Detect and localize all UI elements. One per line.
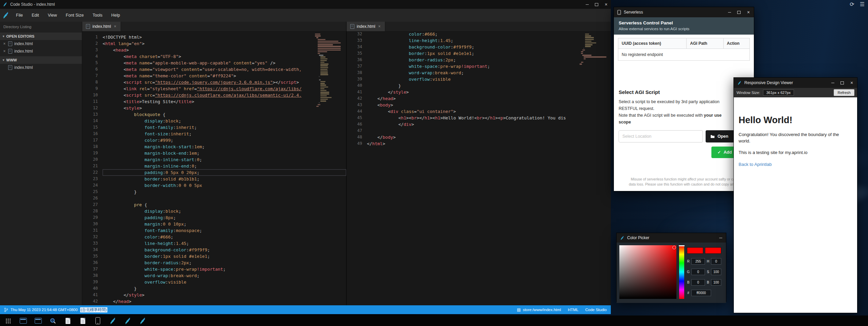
saturation-value-field[interactable]: 100 [711, 269, 721, 275]
code-line[interactable]: 46 </div> [347, 121, 611, 128]
code-line[interactable]: 49</html> [347, 140, 611, 147]
refresh-button[interactable]: Refresh [834, 89, 854, 96]
menu-item-tools[interactable]: Tools [88, 9, 107, 22]
code-line[interactable]: 5 <meta name="apple-mobile-web-app-capab… [82, 60, 346, 66]
code-line[interactable]: 38 word-wrap:break-word; [347, 70, 611, 76]
back-to-aprintlab-link[interactable]: Back to Aprintlab [739, 162, 772, 167]
search-icon[interactable] [49, 317, 57, 325]
code-line[interactable]: 45 <h1><br></h1><h1>Hello World!<br></h1… [347, 115, 611, 121]
code-line[interactable]: 26 [82, 195, 346, 202]
code-line[interactable]: 39 overflow:visible [82, 279, 346, 285]
code-line[interactable]: 19 margin-block-end:1em; [82, 150, 346, 156]
code-line[interactable]: 22 padding:0 5px 0 20px; [82, 169, 346, 176]
code-line[interactable]: 40 } [347, 82, 611, 89]
maximize-button[interactable] [595, 2, 599, 6]
red-value-field[interactable]: 255 [691, 258, 705, 265]
code-studio-icon[interactable] [139, 317, 147, 325]
code-line[interactable]: 12 <style> [82, 105, 346, 111]
code-line[interactable]: 37 white-space:pre-wrap!important; [82, 266, 346, 272]
code-line[interactable]: 2<html lang="en"> [82, 40, 346, 47]
code-line[interactable]: 11 <title>Testing Site</title> [82, 98, 346, 105]
close-tab-icon[interactable]: × [113, 24, 117, 29]
code-line[interactable]: 9 <link rel="stylesheet" href="https://c… [82, 85, 346, 92]
status-file-path[interactable]: ▤ store:/www/index.html [517, 307, 561, 312]
hue-value-field[interactable]: 0 [711, 258, 721, 265]
code-line[interactable]: 42 </head> [82, 298, 346, 305]
blue-value-field[interactable]: 0 [691, 279, 705, 286]
close-tab-icon[interactable]: × [378, 24, 381, 29]
code-line[interactable]: 15 font-family:inherit; [82, 124, 346, 131]
code-line[interactable]: 4 <meta charset="UTF-8"> [82, 53, 346, 60]
code-line[interactable]: 27 pre { [82, 202, 346, 208]
code-line[interactable]: 8 <script src="https://code.jquery.com/j… [82, 79, 346, 85]
green-value-field[interactable]: 0 [691, 269, 705, 275]
sidebar-item-open-editor-1[interactable]: × index.html [0, 40, 82, 47]
refresh-icon[interactable]: ⟳ [850, 1, 854, 7]
code-line[interactable]: 30 margin:0 0 10px; [82, 221, 346, 227]
code-line[interactable]: 6 <meta name="viewport" content="user-sc… [82, 66, 346, 73]
code-line[interactable]: 36 border-radius:2px; [82, 260, 346, 266]
document-app-icon[interactable] [79, 317, 87, 325]
code-line[interactable]: 17 color:#999; [82, 137, 346, 143]
code-line[interactable]: 13 blockquote { [82, 111, 346, 118]
code-line[interactable]: 31 font-family:monospace; [82, 227, 346, 234]
phone-app-icon[interactable] [94, 317, 102, 325]
select-location-input[interactable] [619, 130, 703, 142]
code-line[interactable]: 44 <div class="ui container"> [347, 108, 611, 115]
code-line[interactable]: 33 line-height:1.45; [347, 37, 611, 44]
saturation-field[interactable] [619, 245, 676, 299]
sidebar-item-www-index[interactable]: index.html [0, 64, 82, 71]
code-editor[interactable]: 32 color:#666;33 line-height:1.45;34 bac… [347, 32, 611, 305]
code-line[interactable]: 21 margin-inline-end:0; [82, 163, 346, 169]
code-line[interactable]: 40 } [82, 285, 346, 292]
hex-value-field[interactable]: ff0000 [691, 290, 711, 296]
minimize-button[interactable] [727, 10, 731, 14]
code-line[interactable]: 32 color:#666; [82, 234, 346, 240]
code-line[interactable]: 32 color:#666; [347, 32, 611, 37]
window-app-icon[interactable] [19, 317, 27, 325]
saturation-cursor[interactable] [672, 246, 676, 249]
file-app-icon[interactable] [64, 317, 72, 325]
code-line[interactable]: 29 padding:8px; [82, 214, 346, 221]
brightness-value-field[interactable]: 100 [711, 279, 721, 286]
code-line[interactable]: 28 display:block; [82, 208, 346, 214]
code-editor[interactable]: 1<!DOCTYPE html>2<html lang="en">3 <head… [82, 32, 346, 305]
code-line[interactable]: 33 line-height:1.45; [82, 240, 346, 247]
code-line[interactable]: 25 } [82, 189, 346, 195]
code-line[interactable]: 47 [347, 128, 611, 134]
code-line[interactable]: 20 margin-inline-start:0; [82, 156, 346, 163]
code-line[interactable]: 24 border-width:0 0 0 5px [82, 182, 346, 189]
minimize-button[interactable] [585, 2, 589, 6]
menu-item-help[interactable]: Help [107, 9, 125, 22]
previous-color-swatch[interactable] [705, 247, 721, 254]
code-line[interactable]: 39 overflow:visible [347, 76, 611, 82]
menu-icon[interactable]: ☰ [860, 1, 865, 7]
code-studio-icon[interactable] [124, 317, 132, 325]
sidebar-section-open-editors[interactable]: ▾ OPEN EDITORS [0, 33, 82, 40]
menu-item-file[interactable]: File [12, 9, 27, 22]
close-button[interactable]: × [604, 2, 608, 6]
code-line[interactable]: 16 font-size:inherit; [82, 131, 346, 137]
sidebar-item-open-editor-2[interactable]: × index.html [0, 47, 82, 55]
code-line[interactable]: 38 word-wrap:break-word; [82, 272, 346, 279]
tab-index-html[interactable]: index.html × [347, 22, 385, 31]
minimize-button[interactable] [719, 236, 723, 240]
minimap[interactable] [315, 34, 343, 108]
status-language[interactable]: HTML [568, 308, 578, 312]
code-line[interactable]: 7 <meta name="theme-color" content="#ff9… [82, 73, 346, 79]
minimap[interactable] [580, 34, 608, 65]
hue-slider[interactable] [679, 245, 684, 299]
close-file-icon[interactable]: × [3, 41, 6, 46]
code-line[interactable]: 43 <body> [347, 102, 611, 108]
sidebar-section-www[interactable]: ▾ WWW [0, 56, 82, 64]
code-line[interactable]: 37 white-space:pre-wrap!important; [347, 63, 611, 70]
code-line[interactable]: 14 display:block; [82, 118, 346, 124]
current-color-swatch[interactable] [687, 247, 703, 254]
menu-item-view[interactable]: View [43, 9, 61, 22]
code-line[interactable]: 41 </style> [82, 292, 346, 298]
window-app-icon[interactable] [34, 317, 42, 325]
code-line[interactable]: 1<!DOCTYPE html> [82, 34, 346, 40]
close-file-icon[interactable]: × [3, 49, 6, 54]
code-line[interactable]: 23 border:solid #b1b1b1; [82, 176, 346, 182]
code-line[interactable]: 48 </body> [347, 134, 611, 140]
